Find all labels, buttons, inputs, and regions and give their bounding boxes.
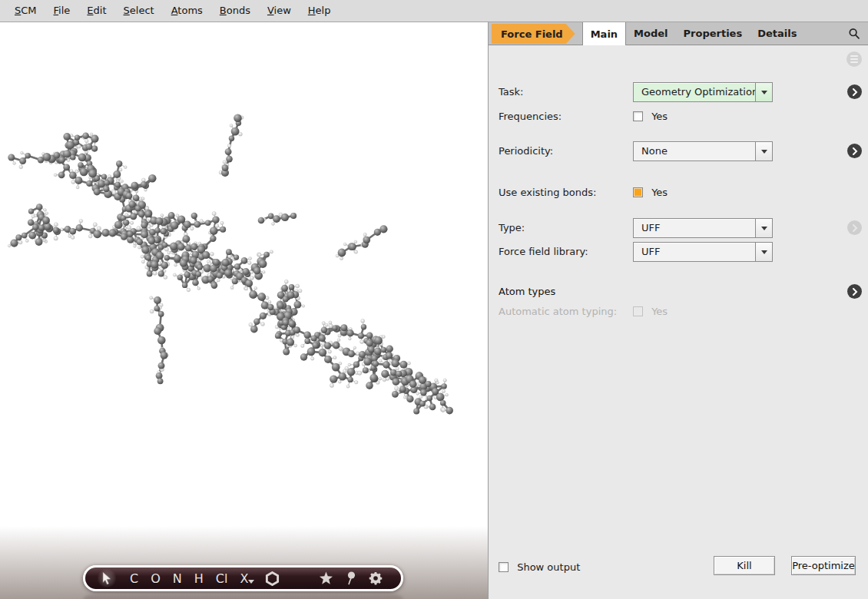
preoptimize-button[interactable]: Pre-optimize [791,556,856,575]
task-label: Task: [499,82,523,102]
periodicity-dropdown[interactable]: None [633,141,773,161]
field-periodicity: Periodicity: None [489,141,868,161]
field-frequencies: Frequencies: Yes [489,107,868,127]
search-icon [848,28,860,40]
automatic-atom-typing-label: Automatic atom typing: [499,302,617,322]
periodicity-label: Periodicity: [499,141,553,161]
panel-menu-button[interactable] [846,51,862,67]
element-picker-caret-icon [248,580,254,584]
app-window: { "menu": { "items": ["SCM", "File", "Ed… [0,0,868,599]
tab-properties[interactable]: Properties [676,22,750,45]
menu-bar: SCM File Edit Select Atoms Bonds View He… [0,0,868,22]
menu-select[interactable]: Select [115,0,163,22]
task-detail-button[interactable] [847,84,862,99]
type-dropdown-value: UFF [634,219,755,237]
use-existing-bonds-checkbox[interactable] [633,187,643,197]
force-field-library-dropdown-value: UFF [634,243,755,261]
type-dropdown-arrow-icon[interactable] [755,219,772,237]
show-output-label: Show output [517,561,580,573]
molecule-viewport[interactable]: C O N H Cl X [0,22,488,599]
periodicity-dropdown-arrow-icon[interactable] [755,142,772,161]
builder-toolbar: C O N H Cl X [83,565,403,591]
field-task: Task: Geometry Optimization [489,82,868,102]
menu-file[interactable]: File [45,0,79,22]
pointer-tool-icon[interactable] [98,569,116,587]
tab-model[interactable]: Model [626,22,675,45]
settings-panel: Force Field Main Model Properties Detail… [488,22,868,599]
gear-tool-icon[interactable] [369,571,383,585]
module-selector-force-field[interactable]: Force Field [492,24,575,44]
menu-atoms[interactable]: Atoms [163,0,211,22]
periodicity-detail-button[interactable] [847,144,862,158]
chevron-right-icon [852,147,858,155]
menu-bonds[interactable]: Bonds [211,0,259,22]
molecule-render [8,114,453,414]
menu-scm[interactable]: SCM [6,0,45,22]
balloon-tool-icon[interactable] [346,571,356,586]
force-field-library-dropdown[interactable]: UFF [633,242,773,262]
menu-edit[interactable]: Edit [78,0,114,22]
frequencies-label: Frequencies: [499,107,562,127]
panel-body: Task: Geometry Optimization Frequencies:… [489,45,868,599]
show-output-checkbox[interactable] [499,562,509,572]
element-nitrogen-button[interactable]: N [173,571,182,586]
task-dropdown-value: Geometry Optimization [634,83,755,101]
type-detail-button-disabled [847,220,862,235]
type-label: Type: [499,218,525,238]
menu-circle-icon [850,55,858,57]
element-chlorine-button[interactable]: Cl [216,571,228,586]
toolbar-reflection [83,595,403,599]
molecule-svg [0,22,488,599]
kill-button[interactable]: Kill [714,556,775,575]
automatic-atom-typing-checkbox-label: Yes [651,306,668,317]
use-existing-bonds-checkbox-label: Yes [651,187,668,198]
section-atom-types: Atom types [489,282,868,302]
element-picker-label: X [240,571,248,586]
chevron-right-icon [852,224,858,232]
element-carbon-button[interactable]: C [130,571,138,586]
element-hydrogen-button[interactable]: H [194,571,204,586]
chevron-right-icon [852,288,858,296]
field-automatic-atom-typing: Automatic atom typing: Yes [489,302,868,322]
type-dropdown[interactable]: UFF [633,218,773,238]
menu-help[interactable]: Help [300,0,340,22]
atom-types-detail-button[interactable] [847,284,862,299]
task-dropdown[interactable]: Geometry Optimization [633,82,773,102]
ring-tool-icon[interactable] [265,571,280,586]
menu-view[interactable]: View [259,0,300,22]
field-use-existing-bonds: Use existing bonds: Yes [489,183,868,203]
automatic-atom-typing-checkbox [633,306,643,316]
element-oxygen-button[interactable]: O [151,571,161,586]
force-field-library-dropdown-arrow-icon[interactable] [755,243,772,261]
tab-bar: Force Field Main Model Properties Detail… [489,22,868,45]
search-button[interactable] [840,22,868,45]
star-tool-icon[interactable] [319,571,333,585]
task-dropdown-arrow-icon[interactable] [755,83,772,101]
element-picker-button[interactable]: X [240,571,248,586]
periodicity-dropdown-value: None [634,142,755,161]
atom-types-label: Atom types [499,282,555,302]
field-type: Type: UFF [489,218,868,238]
tab-main[interactable]: Main [582,22,626,45]
frequencies-checkbox[interactable] [633,111,643,121]
tab-details[interactable]: Details [750,22,804,45]
use-existing-bonds-label: Use existing bonds: [499,183,596,203]
force-field-library-label: Force field library: [499,242,588,262]
field-force-field-library: Force field library: UFF [489,242,868,262]
chevron-right-icon [852,88,858,96]
frequencies-checkbox-label: Yes [651,111,668,122]
panel-footer: Show output Kill Pre-optimize [489,556,868,576]
